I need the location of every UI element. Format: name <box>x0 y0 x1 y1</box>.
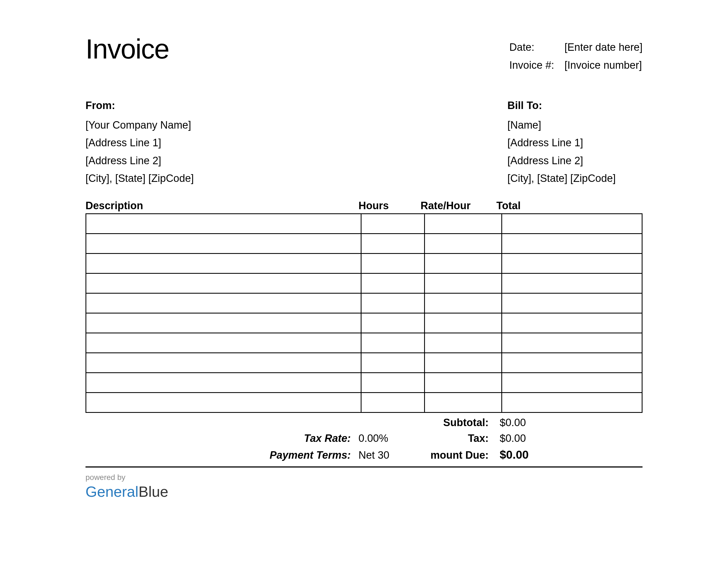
cell-total[interactable] <box>502 273 642 293</box>
cell-rate[interactable] <box>424 313 502 333</box>
cell-rate[interactable] <box>424 353 502 373</box>
column-headers: Description Hours Rate/Hour Total <box>85 200 643 212</box>
footer: powered by GeneralBlue <box>85 473 643 500</box>
bill-to-name[interactable]: [Name] <box>507 116 643 134</box>
cell-total[interactable] <box>502 353 642 373</box>
powered-by-text: powered by <box>85 473 643 482</box>
table-row <box>86 373 642 393</box>
cell-hours[interactable] <box>361 273 424 293</box>
bill-to-address-2[interactable]: [Address Line 2] <box>507 152 643 170</box>
cell-description[interactable] <box>86 293 361 313</box>
from-heading: From: <box>85 97 194 114</box>
cell-rate[interactable] <box>424 273 502 293</box>
cell-total[interactable] <box>502 313 642 333</box>
cell-rate[interactable] <box>424 213 502 233</box>
cell-hours[interactable] <box>361 353 424 373</box>
cell-hours[interactable] <box>361 333 424 353</box>
cell-description[interactable] <box>86 233 361 253</box>
column-rate: Rate/Hour <box>418 200 494 212</box>
cell-rate[interactable] <box>424 393 502 412</box>
bill-to-heading: Bill To: <box>507 97 643 114</box>
tax-label: Tax: <box>418 433 494 444</box>
invoice-number-value[interactable]: [Invoice number] <box>564 59 642 71</box>
payment-terms-label: Payment Terms: <box>85 449 356 461</box>
tax-rate-value[interactable]: 0.00% <box>356 433 418 444</box>
cell-total[interactable] <box>502 293 642 313</box>
table-row <box>86 293 642 313</box>
table-row <box>86 313 642 333</box>
cell-description[interactable] <box>86 213 361 233</box>
invoice-number-label: Invoice #: <box>509 59 564 71</box>
cell-description[interactable] <box>86 373 361 393</box>
cell-hours[interactable] <box>361 293 424 313</box>
from-address-1[interactable]: [Address Line 1] <box>85 134 194 152</box>
from-company[interactable]: [Your Company Name] <box>85 116 194 134</box>
column-description: Description <box>85 200 356 212</box>
cell-description[interactable] <box>86 353 361 373</box>
from-city-state-zip[interactable]: [City], [State] [ZipCode] <box>85 169 194 187</box>
brand-logo: GeneralBlue <box>85 483 643 500</box>
from-address-2[interactable]: [Address Line 2] <box>85 152 194 170</box>
cell-rate[interactable] <box>424 293 502 313</box>
cell-hours[interactable] <box>361 393 424 412</box>
invoice-meta: Date: [Enter date here] Invoice #: [Invo… <box>509 33 643 77</box>
subtotal-label: Subtotal: <box>418 417 494 429</box>
tax-rate-label: Tax Rate: <box>85 433 356 444</box>
amount-due-value: $0.00 <box>494 448 631 461</box>
cell-rate[interactable] <box>424 333 502 353</box>
cell-description[interactable] <box>86 273 361 293</box>
cell-total[interactable] <box>502 253 642 273</box>
column-hours: Hours <box>356 200 418 212</box>
table-row <box>86 213 642 233</box>
cell-hours[interactable] <box>361 373 424 393</box>
cell-total[interactable] <box>502 373 642 393</box>
cell-description[interactable] <box>86 333 361 353</box>
cell-hours[interactable] <box>361 213 424 233</box>
brand-blue: Blue <box>138 483 168 500</box>
column-total: Total <box>494 200 631 212</box>
cell-description[interactable] <box>86 393 361 412</box>
date-label: Date: <box>509 41 564 53</box>
tax-value: $0.00 <box>494 433 631 444</box>
cell-hours[interactable] <box>361 253 424 273</box>
invoice-title: Invoice <box>85 33 169 65</box>
cell-total[interactable] <box>502 333 642 353</box>
bill-to-block: Bill To: [Name] [Address Line 1] [Addres… <box>507 97 643 187</box>
payment-terms-value[interactable]: Net 30 <box>356 449 418 461</box>
table-row <box>86 333 642 353</box>
cell-total[interactable] <box>502 393 642 412</box>
line-items-table <box>85 213 643 413</box>
cell-description[interactable] <box>86 253 361 273</box>
cell-hours[interactable] <box>361 313 424 333</box>
subtotal-value: $0.00 <box>494 417 631 429</box>
table-row <box>86 253 642 273</box>
date-value[interactable]: [Enter date here] <box>564 41 643 53</box>
table-row <box>86 273 642 293</box>
brand-general: General <box>85 483 138 500</box>
amount-due-label: mount Due: <box>418 449 494 461</box>
cell-total[interactable] <box>502 213 642 233</box>
table-row <box>86 393 642 412</box>
summary-block: Subtotal: $0.00 Tax Rate: 0.00% Tax: $0.… <box>85 417 643 461</box>
table-row <box>86 233 642 253</box>
from-block: From: [Your Company Name] [Address Line … <box>85 97 194 187</box>
cell-rate[interactable] <box>424 373 502 393</box>
table-row <box>86 353 642 373</box>
footer-divider <box>85 466 643 468</box>
cell-hours[interactable] <box>361 233 424 253</box>
cell-rate[interactable] <box>424 253 502 273</box>
cell-description[interactable] <box>86 313 361 333</box>
cell-rate[interactable] <box>424 233 502 253</box>
cell-total[interactable] <box>502 233 642 253</box>
bill-to-address-1[interactable]: [Address Line 1] <box>507 134 643 152</box>
bill-to-city-state-zip[interactable]: [City], [State] [ZipCode] <box>507 169 643 187</box>
